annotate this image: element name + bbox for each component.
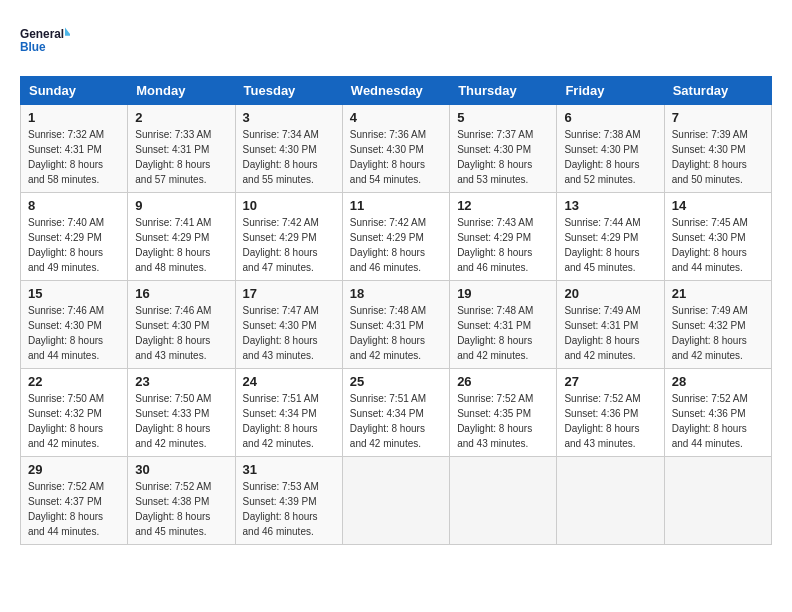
day-cell: 18Sunrise: 7:48 AMSunset: 4:31 PMDayligh… <box>342 281 449 369</box>
day-info: Sunrise: 7:42 AMSunset: 4:29 PMDaylight:… <box>243 215 335 275</box>
day-number: 26 <box>457 374 549 389</box>
day-info: Sunrise: 7:51 AMSunset: 4:34 PMDaylight:… <box>243 391 335 451</box>
day-cell: 1Sunrise: 7:32 AMSunset: 4:31 PMDaylight… <box>21 105 128 193</box>
day-cell: 28Sunrise: 7:52 AMSunset: 4:36 PMDayligh… <box>664 369 771 457</box>
day-cell: 13Sunrise: 7:44 AMSunset: 4:29 PMDayligh… <box>557 193 664 281</box>
day-info: Sunrise: 7:52 AMSunset: 4:37 PMDaylight:… <box>28 479 120 539</box>
day-info: Sunrise: 7:48 AMSunset: 4:31 PMDaylight:… <box>350 303 442 363</box>
day-number: 22 <box>28 374 120 389</box>
week-row-5: 29Sunrise: 7:52 AMSunset: 4:37 PMDayligh… <box>21 457 772 545</box>
day-info: Sunrise: 7:33 AMSunset: 4:31 PMDaylight:… <box>135 127 227 187</box>
day-info: Sunrise: 7:41 AMSunset: 4:29 PMDaylight:… <box>135 215 227 275</box>
day-cell: 11Sunrise: 7:42 AMSunset: 4:29 PMDayligh… <box>342 193 449 281</box>
day-cell: 7Sunrise: 7:39 AMSunset: 4:30 PMDaylight… <box>664 105 771 193</box>
day-number: 10 <box>243 198 335 213</box>
day-info: Sunrise: 7:50 AMSunset: 4:33 PMDaylight:… <box>135 391 227 451</box>
day-cell: 19Sunrise: 7:48 AMSunset: 4:31 PMDayligh… <box>450 281 557 369</box>
day-info: Sunrise: 7:38 AMSunset: 4:30 PMDaylight:… <box>564 127 656 187</box>
calendar-table: SundayMondayTuesdayWednesdayThursdayFrid… <box>20 76 772 545</box>
day-number: 27 <box>564 374 656 389</box>
day-number: 7 <box>672 110 764 125</box>
col-header-thursday: Thursday <box>450 77 557 105</box>
day-number: 25 <box>350 374 442 389</box>
day-info: Sunrise: 7:52 AMSunset: 4:38 PMDaylight:… <box>135 479 227 539</box>
day-info: Sunrise: 7:47 AMSunset: 4:30 PMDaylight:… <box>243 303 335 363</box>
day-number: 5 <box>457 110 549 125</box>
day-number: 16 <box>135 286 227 301</box>
day-info: Sunrise: 7:46 AMSunset: 4:30 PMDaylight:… <box>28 303 120 363</box>
day-info: Sunrise: 7:36 AMSunset: 4:30 PMDaylight:… <box>350 127 442 187</box>
day-number: 11 <box>350 198 442 213</box>
day-number: 18 <box>350 286 442 301</box>
col-header-friday: Friday <box>557 77 664 105</box>
day-number: 13 <box>564 198 656 213</box>
day-cell: 14Sunrise: 7:45 AMSunset: 4:30 PMDayligh… <box>664 193 771 281</box>
svg-marker-2 <box>65 28 70 36</box>
day-cell: 16Sunrise: 7:46 AMSunset: 4:30 PMDayligh… <box>128 281 235 369</box>
day-info: Sunrise: 7:51 AMSunset: 4:34 PMDaylight:… <box>350 391 442 451</box>
day-number: 29 <box>28 462 120 477</box>
day-cell: 26Sunrise: 7:52 AMSunset: 4:35 PMDayligh… <box>450 369 557 457</box>
day-number: 12 <box>457 198 549 213</box>
day-cell: 10Sunrise: 7:42 AMSunset: 4:29 PMDayligh… <box>235 193 342 281</box>
day-cell: 9Sunrise: 7:41 AMSunset: 4:29 PMDaylight… <box>128 193 235 281</box>
week-row-2: 8Sunrise: 7:40 AMSunset: 4:29 PMDaylight… <box>21 193 772 281</box>
day-number: 1 <box>28 110 120 125</box>
day-number: 17 <box>243 286 335 301</box>
day-number: 19 <box>457 286 549 301</box>
col-header-monday: Monday <box>128 77 235 105</box>
week-row-4: 22Sunrise: 7:50 AMSunset: 4:32 PMDayligh… <box>21 369 772 457</box>
day-info: Sunrise: 7:39 AMSunset: 4:30 PMDaylight:… <box>672 127 764 187</box>
day-number: 9 <box>135 198 227 213</box>
day-cell: 22Sunrise: 7:50 AMSunset: 4:32 PMDayligh… <box>21 369 128 457</box>
day-cell: 27Sunrise: 7:52 AMSunset: 4:36 PMDayligh… <box>557 369 664 457</box>
day-info: Sunrise: 7:46 AMSunset: 4:30 PMDaylight:… <box>135 303 227 363</box>
logo-svg: General Blue <box>20 20 70 60</box>
week-row-1: 1Sunrise: 7:32 AMSunset: 4:31 PMDaylight… <box>21 105 772 193</box>
day-number: 31 <box>243 462 335 477</box>
day-number: 3 <box>243 110 335 125</box>
day-info: Sunrise: 7:49 AMSunset: 4:32 PMDaylight:… <box>672 303 764 363</box>
day-cell: 6Sunrise: 7:38 AMSunset: 4:30 PMDaylight… <box>557 105 664 193</box>
day-cell: 3Sunrise: 7:34 AMSunset: 4:30 PMDaylight… <box>235 105 342 193</box>
day-number: 20 <box>564 286 656 301</box>
day-info: Sunrise: 7:48 AMSunset: 4:31 PMDaylight:… <box>457 303 549 363</box>
col-header-wednesday: Wednesday <box>342 77 449 105</box>
day-number: 6 <box>564 110 656 125</box>
day-cell: 25Sunrise: 7:51 AMSunset: 4:34 PMDayligh… <box>342 369 449 457</box>
col-header-tuesday: Tuesday <box>235 77 342 105</box>
day-info: Sunrise: 7:43 AMSunset: 4:29 PMDaylight:… <box>457 215 549 275</box>
day-cell <box>664 457 771 545</box>
day-number: 8 <box>28 198 120 213</box>
day-info: Sunrise: 7:52 AMSunset: 4:36 PMDaylight:… <box>564 391 656 451</box>
day-number: 23 <box>135 374 227 389</box>
logo: General Blue <box>20 20 70 60</box>
day-number: 14 <box>672 198 764 213</box>
day-number: 30 <box>135 462 227 477</box>
day-cell: 17Sunrise: 7:47 AMSunset: 4:30 PMDayligh… <box>235 281 342 369</box>
day-number: 24 <box>243 374 335 389</box>
day-info: Sunrise: 7:44 AMSunset: 4:29 PMDaylight:… <box>564 215 656 275</box>
day-info: Sunrise: 7:45 AMSunset: 4:30 PMDaylight:… <box>672 215 764 275</box>
day-cell <box>557 457 664 545</box>
day-info: Sunrise: 7:32 AMSunset: 4:31 PMDaylight:… <box>28 127 120 187</box>
day-info: Sunrise: 7:53 AMSunset: 4:39 PMDaylight:… <box>243 479 335 539</box>
day-cell: 24Sunrise: 7:51 AMSunset: 4:34 PMDayligh… <box>235 369 342 457</box>
day-cell: 20Sunrise: 7:49 AMSunset: 4:31 PMDayligh… <box>557 281 664 369</box>
day-cell: 31Sunrise: 7:53 AMSunset: 4:39 PMDayligh… <box>235 457 342 545</box>
day-cell: 30Sunrise: 7:52 AMSunset: 4:38 PMDayligh… <box>128 457 235 545</box>
day-cell: 8Sunrise: 7:40 AMSunset: 4:29 PMDaylight… <box>21 193 128 281</box>
day-cell: 23Sunrise: 7:50 AMSunset: 4:33 PMDayligh… <box>128 369 235 457</box>
day-info: Sunrise: 7:37 AMSunset: 4:30 PMDaylight:… <box>457 127 549 187</box>
col-header-sunday: Sunday <box>21 77 128 105</box>
day-cell: 5Sunrise: 7:37 AMSunset: 4:30 PMDaylight… <box>450 105 557 193</box>
day-cell: 2Sunrise: 7:33 AMSunset: 4:31 PMDaylight… <box>128 105 235 193</box>
day-info: Sunrise: 7:52 AMSunset: 4:35 PMDaylight:… <box>457 391 549 451</box>
day-info: Sunrise: 7:49 AMSunset: 4:31 PMDaylight:… <box>564 303 656 363</box>
day-number: 2 <box>135 110 227 125</box>
page-header: General Blue <box>20 20 772 60</box>
day-number: 28 <box>672 374 764 389</box>
day-info: Sunrise: 7:52 AMSunset: 4:36 PMDaylight:… <box>672 391 764 451</box>
day-cell: 4Sunrise: 7:36 AMSunset: 4:30 PMDaylight… <box>342 105 449 193</box>
day-cell: 29Sunrise: 7:52 AMSunset: 4:37 PMDayligh… <box>21 457 128 545</box>
